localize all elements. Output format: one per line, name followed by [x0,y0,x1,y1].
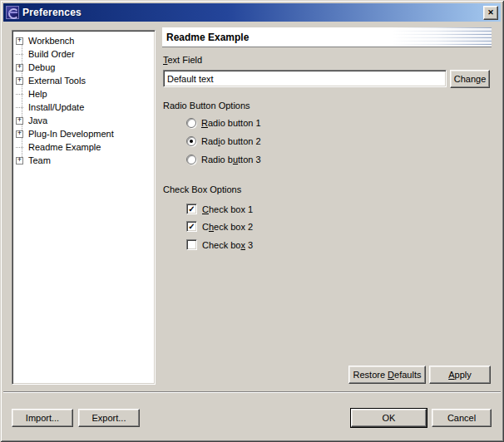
import-button[interactable]: Import... [12,409,73,427]
tree-leaf-dash [16,54,23,55]
radio-icon[interactable] [186,155,196,165]
preferences-dialog: Preferences ✕ + Workbench Build Order + … [0,0,504,442]
tree-item-plugin-development[interactable]: + Plug-In Development [12,127,155,140]
tree-item-java[interactable]: + Java [12,114,155,127]
check-option-1[interactable]: ✓ Check box 1 [186,203,253,215]
radio-label: Radio button 3 [201,155,261,165]
page-header: Readme Example [162,27,492,47]
tree-item-help[interactable]: Help [12,87,155,101]
page-title: Readme Example [162,32,249,43]
tree-item-team[interactable]: + Team [12,154,155,167]
tree-item-label: Plug-In Development [27,128,116,140]
close-button[interactable]: ✕ [483,6,498,20]
tree-item-label: Install/Update [27,101,86,113]
checkbox-icon[interactable]: ✓ [186,221,197,232]
radio-group-label: Radio Button Options [163,101,250,110]
text-field-label: Text Field [163,55,202,65]
radio-option-2[interactable]: Radio button 2 [186,135,261,147]
window-title: Preferences [22,7,82,18]
checkmark-icon: ✓ [188,223,195,231]
tree-leaf-dash [16,94,23,95]
text-field-input[interactable] [163,70,447,87]
check-group-label: Check Box Options [163,184,241,194]
export-button[interactable]: Export... [78,409,140,427]
tree-item-install-update[interactable]: Install/Update [12,101,155,114]
radio-label: Radio button 2 [201,136,261,146]
expand-plus-icon[interactable]: + [16,117,23,125]
expand-plus-icon[interactable]: + [16,64,23,71]
restore-defaults-button[interactable]: Restore Defaults [348,366,426,384]
expand-plus-icon[interactable]: + [16,157,23,165]
checkbox-label: Check box 1 [202,204,253,214]
cancel-button[interactable]: Cancel [432,409,492,427]
tree-item-label: Workbench [27,35,76,47]
tree-item-workbench[interactable]: + Workbench [12,34,155,47]
tree-item-external-tools[interactable]: + External Tools [12,74,155,87]
radio-icon[interactable] [186,136,196,146]
titlebar[interactable]: Preferences ✕ [3,3,501,22]
tree-item-label: Debug [27,61,57,73]
preferences-tree[interactable]: + Workbench Build Order + Debug + Extern… [12,30,156,385]
tree-leaf-dash [16,147,23,148]
tree-item-label: External Tools [27,75,87,86]
tree-item-label: Build Order [27,48,77,60]
radio-option-3[interactable]: Radio button 3 [186,153,261,165]
apply-button[interactable]: Apply [429,366,491,384]
expand-plus-icon[interactable]: + [16,37,23,45]
tree-item-label: Help [27,88,49,100]
header-banner-gradient [392,27,492,47]
radio-icon[interactable] [186,118,196,128]
checkbox-label: Check box 3 [202,240,253,250]
eclipse-logo-icon [6,6,19,19]
tree-leaf-dash [16,107,23,108]
radio-option-1[interactable]: Radio button 1 [186,116,261,129]
tree-item-label: Readme Example [27,141,102,153]
ok-button[interactable]: OK [351,409,427,427]
tree-item-label: Team [27,155,52,166]
expand-plus-icon[interactable]: + [16,130,23,138]
tree-item-readme-example[interactable]: Readme Example [12,140,155,154]
tree-item-debug[interactable]: + Debug [12,61,155,74]
checkbox-icon[interactable] [186,239,197,250]
radio-dot [190,140,193,143]
close-icon: ✕ [487,9,494,17]
checkbox-label: Check box 2 [202,222,253,232]
change-button[interactable]: Change [450,70,490,88]
expand-plus-icon[interactable]: + [16,77,23,85]
radio-label: Radio button 1 [201,118,261,128]
checkmark-icon: ✓ [188,205,195,214]
check-option-3[interactable]: Check box 3 [186,238,253,251]
checkbox-icon[interactable]: ✓ [186,204,197,214]
tree-item-build-order[interactable]: Build Order [12,47,155,61]
footer-separator [3,391,501,393]
tree-item-label: Java [27,115,49,126]
check-option-2[interactable]: ✓ Check box 2 [186,220,253,233]
